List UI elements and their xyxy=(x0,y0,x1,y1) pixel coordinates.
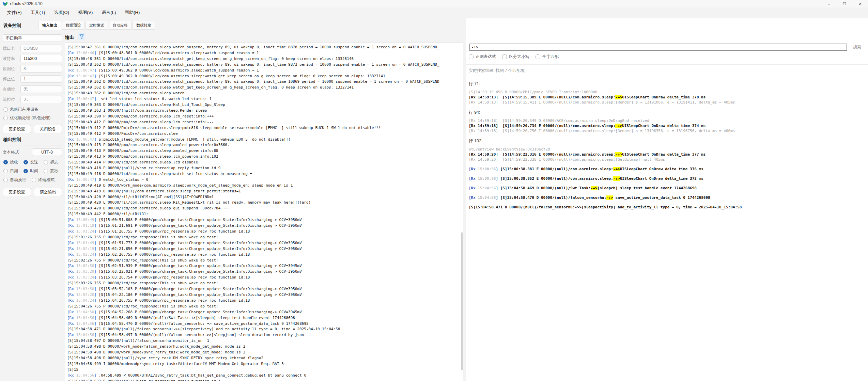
rx-time: 15:04:56 xyxy=(76,321,94,326)
output-option-checkbox[interactable]: 日期 xyxy=(3,168,18,174)
menu-item-2[interactable]: 工具(T) xyxy=(26,8,50,17)
output-option-checkbox[interactable]: ✓发送 xyxy=(24,159,38,165)
output-more-settings-button[interactable]: 更多设置 xyxy=(3,188,31,196)
tab-1[interactable]: 输入输出 xyxy=(38,21,61,30)
output-option-checkbox[interactable]: ✓时间 xyxy=(24,168,38,174)
search-option-checkbox[interactable]: 全字匹配 xyxy=(536,54,559,60)
menu-item-4[interactable]: 视图(V) xyxy=(74,8,97,17)
menu-item-3[interactable]: 选项(O) xyxy=(49,8,74,17)
result-item[interactable]: [Rx 15:00:36] [S]15:00:38.381 E 00000/(n… xyxy=(469,166,865,172)
maximize-button[interactable]: ☐ xyxy=(837,0,852,7)
serial-field-row: 数据位8 xyxy=(3,65,62,73)
result-text: [S]15:04:58.469 D 00000/(null)/Swt_Task: xyxy=(500,186,591,190)
log-line: [Rx 15:01:24] [S]15:01:26.755 P 00000/pm… xyxy=(67,229,463,235)
search-option-checkbox[interactable]: 正则表达式 xyxy=(469,54,496,60)
device-more-settings-button[interactable]: 更多设置 xyxy=(3,125,31,133)
result-text: [Rx 14:59:20] [S]14:59:22.316 E 00000/(n… xyxy=(469,152,615,157)
search-input[interactable] xyxy=(469,44,847,51)
log-line: [Rx 15:03:50] [S]15:03:52.103 P 00000/pm… xyxy=(67,286,463,292)
checkbox-label: 毫秒 xyxy=(50,168,58,174)
tab-2[interactable]: 数据预设 xyxy=(62,21,84,30)
rx-tag: ] xyxy=(94,229,98,234)
rx-tag: [Rx xyxy=(67,137,76,142)
device-type-select[interactable]: 串口助手 xyxy=(3,34,62,42)
menu-item-1[interactable]: 文件(F) xyxy=(3,8,26,17)
serial-field-row: 波特率115200 xyxy=(3,55,62,62)
output-option-checkbox[interactable]: 终端模式 xyxy=(32,177,55,183)
log-line: [S]15:04:58.498 D 00000/(null)/sync_retr… xyxy=(67,355,463,361)
field-input[interactable]: 8 xyxy=(20,65,62,73)
output-option-checkbox[interactable]: 自动换行 xyxy=(3,177,26,183)
output-settings-button[interactable] xyxy=(78,33,85,40)
output-option-checkbox[interactable]: 标志 xyxy=(44,159,58,165)
result-item[interactable]: [Rx 15:04:56] [S]15:04:58.470 D 00000/(n… xyxy=(469,195,865,200)
output-option-checkbox[interactable]: 毫秒 xyxy=(44,168,58,174)
log-line: [S]15:00:49.414 P 00000/lcd/com.asrmicro… xyxy=(67,160,463,165)
device-option-checkbox[interactable]: 忽略已占用设备 xyxy=(3,107,38,112)
close-button[interactable]: ✕ xyxy=(852,0,868,7)
log-text: [S]15:01:21.691 P 00000/pmu/charge_task:… xyxy=(99,223,302,228)
device-option-checkbox[interactable]: 优化帧处理 (粘包处理) xyxy=(3,115,50,121)
log-text: [S]15:02:51.939 P 00000/pmu/charge_task:… xyxy=(99,264,302,268)
checkbox-label: 接收 xyxy=(10,159,18,165)
checkbox-label: 优化帧处理 (粘包处理) xyxy=(10,115,50,121)
rx-time: 15:04:56 xyxy=(76,373,94,378)
field-input[interactable]: 无 xyxy=(20,96,62,103)
log-text: [S]15:00:49.362 D 00000/lcd/com.asrmicro… xyxy=(67,91,184,95)
output-option-checkbox[interactable]: ✓接收 xyxy=(3,159,18,165)
rx-time: 15:02:24 xyxy=(76,252,94,257)
result-match-line: [Rx 15:04:56] [S]15:04:58.469 D 00000/(n… xyxy=(469,186,865,191)
rx-time: 15:00:47 xyxy=(76,74,94,78)
checkbox-label: 正则表达式 xyxy=(476,54,496,60)
tab-4[interactable]: 自动应答 xyxy=(109,21,131,30)
device-control-sidebar: 设备控制 串口助手 端口名COM58波特率115200数据位8停止位1奇偶位无流… xyxy=(3,20,62,200)
text-format-select[interactable]: UTF-8 xyxy=(32,148,62,156)
log-text: [S]15:02:26.755 P 00000/pmu/rpc_response… xyxy=(99,252,250,257)
tab-5[interactable]: 数据转发 xyxy=(133,21,155,30)
log-line: [S]15:04:26.755 P 00000/lcd/rpc_response… xyxy=(67,304,463,309)
clear-output-button[interactable]: 清空输出 xyxy=(34,188,62,196)
search-option-checkbox[interactable]: 区分大小写 xyxy=(502,54,529,60)
result-text: [sleepcb] sleep_test_handle_event 174426… xyxy=(598,186,697,190)
rx-time: 15:01:49 xyxy=(76,241,94,245)
log-output-area[interactable]: [S]15:00:47.361 D 00000/lcd/com.asrmicro… xyxy=(65,42,463,381)
log-line: [S]15:00:49.412 P 00000/PmicDrv/com.asrm… xyxy=(67,131,463,137)
rx-time: 15:04:56 xyxy=(478,195,496,200)
field-input[interactable]: COM58 xyxy=(20,45,62,52)
log-text: 0 watch_lcd_status = 0 xyxy=(99,177,149,182)
minimize-button[interactable]: – xyxy=(821,0,837,7)
field-input[interactable]: 无 xyxy=(20,85,62,93)
checkbox-label: 全字匹配 xyxy=(542,54,559,60)
rx-tag: ] xyxy=(94,264,98,268)
log-text: [S]15:00:48.361 D 00000/lcd/com.asrmicro… xyxy=(99,51,259,55)
menu-item-6[interactable]: 帮助(H) xyxy=(120,8,144,17)
rx-tag: [Rx xyxy=(67,316,76,320)
rx-tag: ] xyxy=(94,137,98,142)
rx-tag: [Rx xyxy=(67,241,76,245)
log-line: [S]15:00:47.361 D 00000/lcd/com.asrmicro… xyxy=(67,45,463,50)
log-line: [Rx 15:00:47] 0 watch_lcd_status = 0 xyxy=(67,177,463,183)
log-text: [S]15:00:49.362 D 00000/lcd/com.asrmicro… xyxy=(67,79,439,84)
result-match-line: [Rx 14:59:18] [S]14:59:20.734 E 00000/(n… xyxy=(469,123,865,128)
rx-tag: [Rx xyxy=(67,218,76,222)
result-item[interactable]: [Rx 15:04:56] [S]15:04:58.469 D 00000/(n… xyxy=(469,186,865,191)
field-input[interactable]: 1 xyxy=(20,75,62,83)
tab-3[interactable]: 定时发送 xyxy=(86,21,108,30)
rx-tag: ] xyxy=(496,195,500,200)
log-text: [S]15:04:58.471 D 00000/(null)/falcon_se… xyxy=(67,327,340,331)
log-text: [S]15:02:21.856 P 00000/pmu/charge_task:… xyxy=(99,247,302,251)
log-scrollbar-thumb[interactable] xyxy=(461,232,463,370)
log-line: [S]15:00:48.361 D 00000/lcd/com.asrmicro… xyxy=(67,56,463,62)
result-text: UISleepChart OnDraw delta_time 378 ms xyxy=(622,95,706,99)
result-item[interactable]: [Rx 15:00:36] [S]15:00:38.852 E 00000/(n… xyxy=(469,176,865,181)
log-text: [S]15:00:49.413 P 00000/pmu/com.asrmicro… xyxy=(67,148,218,153)
rx-tag: [Rx xyxy=(469,195,478,200)
rx-time: 15:04:24 xyxy=(76,298,94,303)
result-text: [Rx 14:59:13] [S]14:59:15.411 I 00000/(n… xyxy=(469,100,735,105)
result-item[interactable]: [S]15:04:58.471 D 00000/(null)/falcon_se… xyxy=(469,205,865,210)
menu-item-5[interactable]: 语言(L) xyxy=(97,8,120,17)
rx-tag: ] xyxy=(94,321,98,326)
search-button[interactable]: 搜索 xyxy=(848,44,866,51)
close-device-button[interactable]: 关闭设备 xyxy=(34,125,62,133)
field-input[interactable]: 115200 xyxy=(20,55,62,62)
